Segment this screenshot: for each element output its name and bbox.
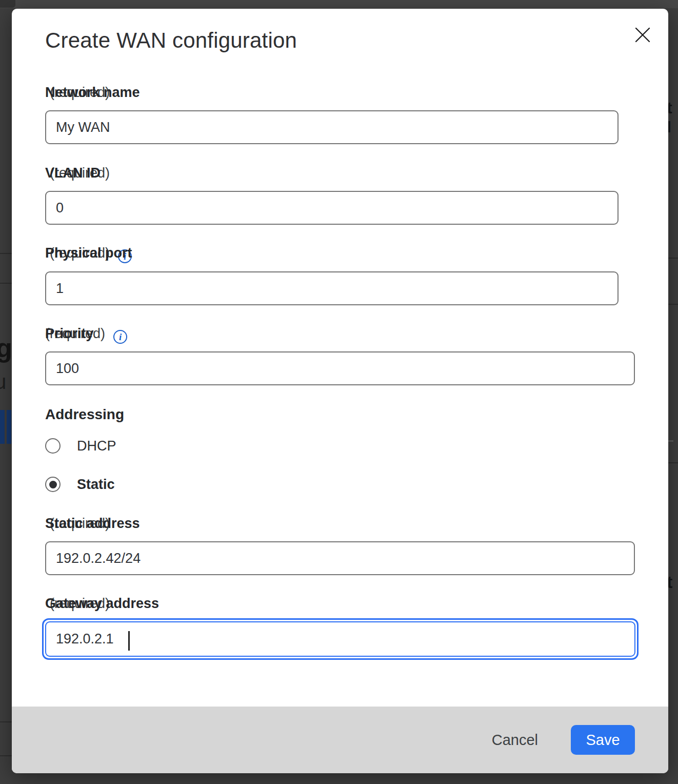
backdrop-line [0, 283, 12, 284]
network-name-input[interactable] [45, 110, 619, 144]
radio-static-label: Static [77, 477, 115, 493]
backdrop-text-fragment: g [0, 332, 12, 363]
physical-port-input[interactable] [45, 271, 619, 305]
text-cursor [128, 631, 130, 651]
cancel-button[interactable]: Cancel [485, 727, 545, 754]
radio-dhcp[interactable]: DHCP [45, 437, 116, 455]
static-address-input[interactable] [45, 541, 635, 575]
network-name-label: Network name(required) [45, 85, 110, 101]
gateway-address-label: Gateway address(required) [45, 596, 110, 612]
static-address-label: Static address(required) [45, 516, 110, 532]
vlan-id-label: VLAN ID(required) [45, 165, 110, 181]
backdrop-line [668, 304, 678, 305]
priority-input[interactable] [45, 351, 635, 385]
dialog-title: Create WAN configuration [45, 28, 297, 53]
backdrop-text-fragment: u [0, 370, 6, 394]
vlan-id-input[interactable] [45, 191, 619, 225]
radio-circle-selected[interactable] [45, 477, 61, 492]
radio-static[interactable]: Static [45, 476, 115, 493]
radio-circle-unselected[interactable] [45, 438, 61, 454]
page: { "backdrop": { "fragments": { "left_g":… [0, 0, 678, 784]
info-icon[interactable]: i [113, 330, 127, 344]
close-icon[interactable] [629, 22, 656, 48]
backdrop-text-fragment: t I [667, 99, 678, 136]
backdrop-line [668, 440, 673, 442]
priority-label: Priority(required)i [45, 326, 127, 344]
backdrop-button-fragment [7, 410, 11, 444]
physical-port-label: Physical port(required)i [45, 245, 132, 263]
backdrop-line [0, 253, 12, 254]
addressing-heading: Addressing [45, 406, 124, 423]
backdrop-line [668, 258, 678, 259]
backdrop-line [0, 755, 12, 756]
backdrop-top-strip [0, 0, 678, 8]
gateway-address-focus-ring [42, 618, 639, 660]
save-button[interactable]: Save [571, 725, 635, 755]
backdrop-button-fragment [0, 410, 5, 444]
gateway-address-input[interactable] [45, 621, 635, 657]
create-wan-dialog: Create WAN configuration Network name(re… [12, 9, 668, 773]
backdrop-line [0, 721, 12, 722]
radio-dhcp-label: DHCP [77, 438, 116, 454]
backdrop-line [668, 462, 678, 463]
dialog-footer: Cancel Save [12, 707, 668, 773]
backdrop-corner-tab [0, 0, 15, 8]
